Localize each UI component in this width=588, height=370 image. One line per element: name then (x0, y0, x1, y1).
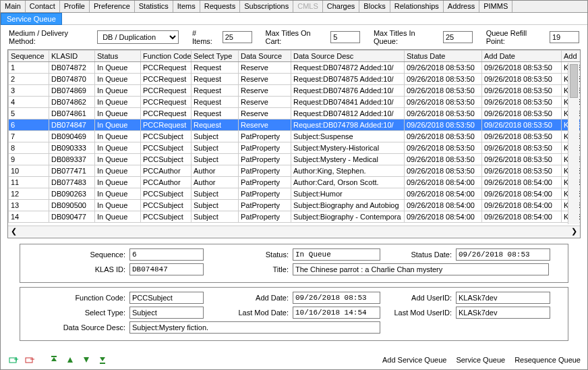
tab-pimms[interactable]: PIMMS (479, 1, 512, 12)
table-row[interactable]: 14DB090477In QueuePCCSubjectSubjectPatPr… (9, 211, 581, 223)
cell: Subject (192, 142, 239, 154)
table-row[interactable]: 6DB074847In QueuePCCRequestRequestReserv… (9, 120, 581, 131)
cell: DB074872 (49, 62, 95, 74)
adddate-label: Add Date: (208, 294, 289, 302)
col-header[interactable]: Status Date (405, 51, 482, 62)
service-queue-grid[interactable]: SequenceKLASIDStatusFunction CodeSelect … (8, 50, 580, 223)
cell: Author (192, 165, 239, 177)
nitems-input[interactable] (223, 31, 252, 43)
tab-subscriptions[interactable]: Subscriptions (240, 1, 293, 12)
tab-contact[interactable]: Contact (26, 1, 60, 12)
table-row[interactable]: 13DB090500In QueuePCCSubjectSubjectPatPr… (9, 200, 581, 211)
table-row[interactable]: 2DB074870In QueuePCCRequestRequestReserv… (9, 74, 581, 85)
cell: In Queue (95, 97, 141, 108)
cell: Subject:Mystery - Medical (291, 154, 405, 165)
col-header[interactable]: Add Date (482, 51, 562, 62)
col-header[interactable]: Status (95, 51, 141, 62)
cell: 5 (9, 108, 49, 120)
detail-panel-1: Sequence: Status: Status Date: KLAS ID: … (20, 244, 568, 283)
col-header[interactable]: Data Source Desc (291, 51, 405, 62)
col-header[interactable]: Function Code (141, 51, 192, 62)
maxqueue-input[interactable] (443, 31, 473, 43)
maxcart-input[interactable] (330, 31, 360, 43)
table-row[interactable]: 11DB077483In QueuePCCAuthorAuthorPatProp… (9, 177, 581, 188)
col-header[interactable]: KLASID (49, 51, 95, 62)
table-row[interactable]: 5DB074861In QueuePCCRequestRequestReserv… (9, 108, 581, 120)
subtab-service-queue[interactable]: Service Queue (1, 13, 62, 25)
service-queue-button[interactable]: Service Queue (456, 356, 505, 364)
dsdesc-field[interactable] (129, 321, 380, 334)
scroll-right-icon[interactable]: ❯ (568, 226, 580, 237)
cell: PCCAuthor (141, 177, 192, 188)
vertical-scrollbar[interactable] (568, 63, 579, 224)
cell: Subject (192, 154, 239, 165)
table-row[interactable]: 12DB090263In QueuePCCSubjectSubjectPatPr… (9, 188, 581, 200)
move-bottom-icon[interactable] (96, 354, 109, 365)
tab-items[interactable]: Items (173, 1, 200, 12)
cell: Subject:Mystery-Historical (291, 142, 405, 154)
sel-field[interactable] (129, 307, 204, 319)
sequence-label: Sequence: (26, 250, 125, 259)
table-row[interactable]: 1DB074872In QueuePCCRequestRequestReserv… (9, 62, 581, 74)
tab-blocks[interactable]: Blocks (359, 1, 390, 12)
cell: Request:DB074812 Added:10/ (291, 108, 405, 120)
cell: 09/26/2018 08:53:50 (405, 165, 482, 177)
move-up-icon[interactable] (64, 354, 76, 365)
subtab-row: Service Queue (1, 13, 587, 25)
cell: 09/26/2018 08:54:00 (405, 188, 482, 200)
cell: DB074847 (49, 120, 95, 131)
cell: Request:DB074841 Added:10/ (291, 97, 405, 108)
col-header[interactable]: Sequence (9, 51, 49, 62)
tab-main[interactable]: Main (1, 1, 26, 12)
cell: PCCSubject (141, 200, 192, 211)
table-row[interactable]: 4DB074862In QueuePCCRequestRequestReserv… (9, 97, 581, 108)
tab-address[interactable]: Address (444, 1, 479, 12)
table-row[interactable]: 7DB090469In QueuePCCSubjectSubjectPatPro… (9, 131, 581, 142)
scroll-left-icon[interactable]: ❮ (8, 226, 20, 237)
table-row[interactable]: 8DB090333In QueuePCCSubjectSubjectPatPro… (9, 142, 581, 154)
table-row[interactable]: 3DB074869In QueuePCCRequestRequestReserv… (9, 85, 581, 97)
cell: PatProperty (239, 131, 291, 142)
cell: 09/26/2018 08:54:00 (405, 177, 482, 188)
sequence-field[interactable] (129, 248, 204, 261)
move-down-icon[interactable] (80, 354, 92, 365)
col-header[interactable]: Add (562, 51, 581, 62)
table-row[interactable]: 10DB077471In QueuePCCAuthorAuthorPatProp… (9, 165, 581, 177)
cell: PatProperty (239, 200, 291, 211)
lastmod-field[interactable] (293, 307, 380, 319)
add-service-queue-button[interactable]: Add Service Queue (382, 356, 446, 364)
delete-record-icon[interactable] (24, 354, 36, 365)
table-row[interactable]: 9DB089337In QueuePCCSubjectSubjectPatPro… (9, 154, 581, 165)
tab-relationships[interactable]: Relationships (390, 1, 444, 12)
horizontal-scrollbar[interactable]: ❮ ❯ (8, 226, 580, 237)
adddate-field[interactable] (293, 292, 380, 304)
tab-profile[interactable]: Profile (60, 1, 90, 12)
statusdate-field[interactable] (456, 248, 550, 261)
cell: DB077471 (49, 165, 95, 177)
move-top-icon[interactable] (48, 354, 60, 365)
cell: 09/26/2018 08:53:50 (405, 142, 482, 154)
adduser-field[interactable] (456, 292, 550, 304)
title-field[interactable] (293, 263, 549, 275)
cell: 09/26/2018 08:53:50 (405, 62, 482, 74)
cell: PCCRequest (141, 97, 192, 108)
cell: 09/26/2018 08:54:00 (405, 211, 482, 223)
medium-select[interactable]: DB / Duplication (97, 30, 179, 44)
tab-requests[interactable]: Requests (200, 1, 240, 12)
tab-preference[interactable]: Preference (90, 1, 135, 12)
svg-rect-6 (51, 356, 57, 357)
tab-statistics[interactable]: Statistics (135, 1, 173, 12)
lastmoduser-field[interactable] (456, 307, 550, 319)
tab-charges[interactable]: Charges (323, 1, 360, 12)
cell: 09/26/2018 08:53:50 (405, 85, 482, 97)
col-header[interactable]: Select Type (192, 51, 239, 62)
refill-input[interactable] (550, 31, 579, 43)
klasid-field[interactable] (129, 263, 204, 275)
resequence-queue-button[interactable]: Resequence Queue (514, 356, 581, 364)
func-field[interactable] (129, 292, 204, 304)
col-header[interactable]: Data Source (239, 51, 291, 62)
add-record-icon[interactable] (7, 354, 20, 365)
cell: 09/26/2018 08:53:50 (482, 154, 562, 165)
cell: PCCRequest (141, 62, 192, 74)
status-field[interactable] (293, 248, 380, 261)
